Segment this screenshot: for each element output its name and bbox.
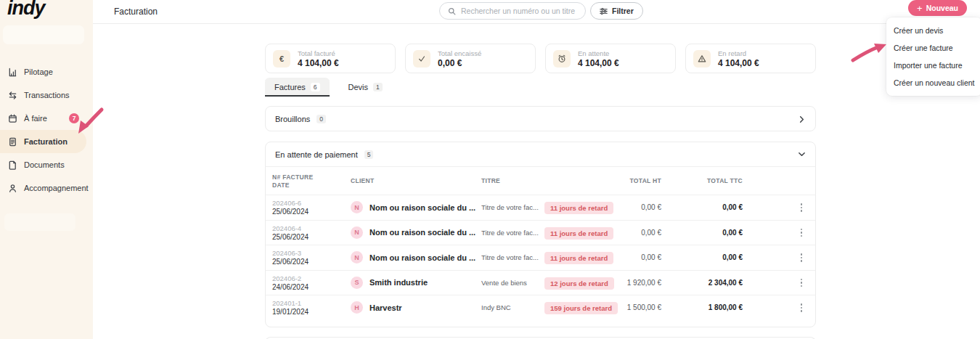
todo-count-badge: 7 (69, 113, 79, 123)
filter-button-label: Filtrer (612, 7, 634, 15)
client-name: Smith industrie (369, 278, 428, 287)
invoice-date: 25/06/2024 (272, 233, 351, 241)
summary-card-label: Total facturé (298, 49, 339, 57)
summary-card-label: En retard (718, 49, 759, 57)
total-ttc-value: 0,00 € (661, 203, 743, 211)
sidebar-item-a-faire[interactable]: À faire 7 (0, 107, 93, 130)
tab-devis[interactable]: Devis 1 (339, 78, 392, 97)
client-avatar: H (351, 301, 363, 314)
search-input[interactable] (461, 7, 585, 15)
col-total-ht: TOTAL HT (625, 177, 661, 184)
row-kebab-menu-button[interactable] (798, 226, 806, 240)
invoice-row[interactable]: 202406-3 25/06/2024 N Nom ou raison soci… (266, 245, 815, 270)
summary-card-en-retard: En retard 4 104,00 € (685, 44, 816, 73)
client-avatar: N (351, 251, 363, 264)
invoice-title: Titre de votre fac... (481, 253, 544, 261)
chart-icon (7, 67, 17, 77)
filter-sliders-icon (600, 7, 608, 15)
invoice-table-header: N# FACTURE DATE CLIENT TITRE TOTAL HT TO… (266, 167, 815, 195)
invoice-title: Titre de votre fac... (481, 203, 544, 211)
client-avatar: N (351, 226, 363, 239)
row-kebab-menu-button[interactable] (798, 250, 806, 265)
invoice-number: 202401-1 (272, 299, 351, 307)
client-name: Harvestr (369, 303, 402, 312)
late-badge: 11 jours de retard (544, 227, 613, 240)
calendar-icon (7, 113, 17, 123)
sidebar-item-documents[interactable]: Documents (0, 153, 93, 176)
sidebar-item-pilotage[interactable]: Pilotage (0, 60, 93, 83)
menu-item-creer-un-nouveau-client[interactable]: Créer un nouveau client (886, 74, 980, 91)
summary-card-label: Total encaissé (438, 49, 481, 57)
invoice-row[interactable]: 202406-6 25/06/2024 N Nom ou raison soci… (266, 195, 815, 220)
invoice-title: Indy BNC (481, 303, 544, 311)
client-avatar: N (351, 201, 363, 213)
filter-button[interactable]: Filtrer (590, 2, 643, 20)
tab-factures[interactable]: Factures 6 (265, 78, 330, 97)
sidebar-item-transactions[interactable]: Transactions (0, 83, 93, 107)
tab-count-badge: 1 (373, 83, 383, 91)
sidebar-faded-item (4, 213, 75, 231)
pending-payments-panel: En attente de paiement 5 N# FACTURE DATE… (265, 142, 816, 327)
drafts-count-badge: 0 (317, 115, 326, 123)
new-button-label: Nouveau (926, 4, 958, 12)
invoice-row[interactable]: 202406-4 25/06/2024 N Nom ou raison soci… (266, 220, 815, 245)
sidebar: indy Pilotage Transactions À faire 7 Fac… (0, 0, 93, 339)
client-name: Nom ou raison sociale du ... (369, 253, 475, 262)
document-icon (7, 160, 17, 170)
col-title: TITRE (481, 177, 544, 184)
summary-card-label: En attente (578, 49, 619, 57)
chevron-right-icon[interactable] (798, 115, 806, 123)
summary-card-en-attente: En attente 4 104,00 € (545, 44, 676, 73)
sidebar-item-label: Accompagnement (24, 184, 89, 192)
account-widget-ghost (3, 25, 84, 44)
invoice-row[interactable]: 202406-2 24/06/2024 S Smith industrie Ve… (266, 270, 815, 295)
tab-count-badge: 6 (311, 83, 320, 91)
menu-item-label: Créer un nouveau client (894, 78, 975, 87)
summary-card-value: 4 104,00 € (298, 58, 339, 68)
warning-icon (693, 50, 711, 68)
sidebar-item-label: Pilotage (24, 68, 53, 76)
pending-panel-header[interactable]: En attente de paiement 5 (266, 142, 815, 167)
row-kebab-menu-button[interactable] (798, 200, 806, 215)
menu-item-importer-une-facture[interactable]: Importer une facture (886, 57, 980, 74)
plus-icon: + (917, 4, 923, 13)
drafts-panel-header[interactable]: Brouillons 0 (266, 107, 815, 131)
invoice-date: 19/01/2024 (272, 308, 351, 316)
hand-drawn-arrow-to-create-invoice (853, 44, 886, 60)
sidebar-item-accompagnement[interactable]: Accompagnement (0, 176, 93, 200)
new-button[interactable]: + Nouveau (908, 0, 967, 16)
sidebar-item-label: Transactions (24, 91, 70, 99)
chevron-down-icon[interactable] (798, 150, 806, 158)
page-title: Facturation (114, 7, 158, 17)
col-client: CLIENT (351, 177, 481, 184)
total-ttc-value: 2 304,00 € (661, 279, 743, 287)
invoice-title: Vente de biens (481, 279, 544, 287)
client-name: Nom ou raison sociale du ... (369, 228, 475, 237)
pending-count-badge: 5 (364, 150, 374, 159)
menu-item-creer-un-devis[interactable]: Créer un devis (886, 22, 980, 39)
menu-item-creer-une-facture[interactable]: Créer une facture (886, 39, 980, 57)
check-icon (413, 50, 430, 68)
summary-card-total-facture: € Total facturé 4 104,00 € (265, 44, 396, 73)
summary-card-value: 0,00 € (438, 58, 481, 68)
menu-item-label: Créer une facture (894, 44, 953, 52)
late-badge: 11 jours de retard (544, 202, 613, 214)
invoice-number: 202406-2 (272, 274, 351, 282)
invoice-quote-tabs: Factures 6 Devis 1 (265, 78, 392, 97)
late-badge: 12 jours de retard (544, 277, 614, 290)
invoice-row[interactable]: 202401-1 19/01/2024 H Harvestr Indy BNC … (266, 295, 815, 320)
row-kebab-menu-button[interactable] (798, 301, 806, 315)
invoice-title: Titre de votre fac... (481, 229, 544, 237)
search-input-container[interactable] (439, 2, 586, 20)
sidebar-item-facturation[interactable]: Facturation (0, 130, 86, 153)
row-kebab-menu-button[interactable] (798, 276, 806, 290)
indy-logo: indy (7, 0, 45, 20)
person-icon (7, 183, 17, 193)
total-ht-value: 1 920,00 € (625, 279, 661, 287)
invoice-number: 202406-4 (272, 224, 351, 232)
total-ht-value: 0,00 € (625, 229, 661, 237)
pending-label: En attente de paiement (275, 150, 358, 159)
invoice-icon (7, 136, 17, 147)
summary-cards: € Total facturé 4 104,00 € Total encaiss… (265, 44, 816, 73)
drafts-panel: Brouillons 0 (265, 106, 816, 131)
